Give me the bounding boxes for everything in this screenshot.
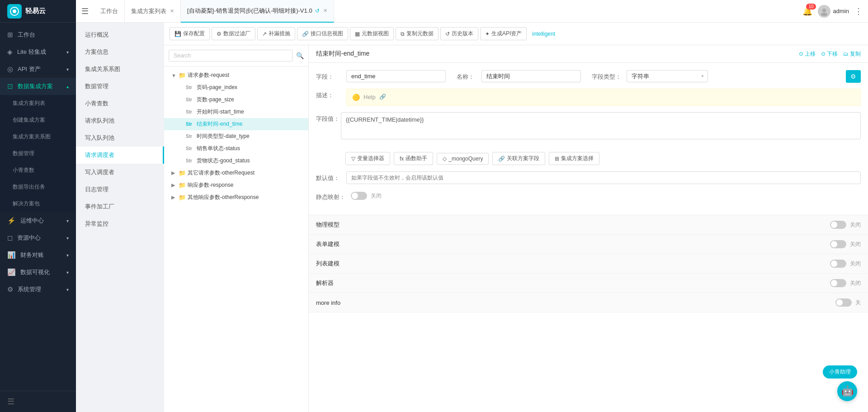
left-panel-item-exception-monitor[interactable]: 异常监控 <box>76 215 164 232</box>
relation-field-btn[interactable]: 🔗 关联方案字段 <box>492 152 545 165</box>
data-filter-button[interactable]: ⚙ 数据过滤厂 <box>212 27 255 40</box>
tab-integration-list-close[interactable]: ✕ <box>170 8 174 14</box>
sidebar-item-data-integration[interactable]: ⊡ 数据集成方案 ▴ <box>0 78 76 95</box>
move-down-action[interactable]: ⊙ 下移 <box>821 50 838 58</box>
parser-toggle[interactable] <box>830 279 846 287</box>
default-val-input[interactable] <box>346 171 861 184</box>
mongo-query-btn[interactable]: ◇ _mongoQuery <box>437 153 489 165</box>
type-select[interactable]: 字符串 整数 浮点数 布尔 日期 数组 对象 <box>627 71 701 82</box>
toggle-other-request[interactable]: ▶ <box>171 170 177 176</box>
left-panel-item-relation-map[interactable]: 集成关系系图 <box>76 61 164 78</box>
toggle-request-params[interactable]: ▼ <box>171 73 177 78</box>
tab-refresh-icon[interactable]: ↺ <box>315 8 320 14</box>
integration-select-btn[interactable]: ⊞ 集成方案选择 <box>549 152 599 165</box>
topbar-menu-icon[interactable]: ☰ <box>81 6 89 16</box>
tab-workbench[interactable]: 工作台 <box>94 0 125 23</box>
tree-row-other-response[interactable]: ▶ 📁 其他响应参数-otherResponse <box>164 191 308 204</box>
copy-action[interactable]: 🗂 复制 <box>843 50 861 58</box>
toggle-response[interactable]: ▶ <box>171 182 177 188</box>
sidebar-item-api[interactable]: ◎ API 资产 ▾ <box>0 61 76 78</box>
user-avatar[interactable]: admin <box>818 5 849 18</box>
tab-active-close[interactable]: ✕ <box>323 8 327 14</box>
svg-point-1 <box>13 9 16 13</box>
left-panel-item-data-mgmt[interactable]: 数据管理 <box>76 78 164 95</box>
list-build-header[interactable]: 列表建模 关闭 <box>309 254 868 273</box>
meta-view-button[interactable]: ▦ 元数据视图 <box>350 27 394 40</box>
tree-row-page-index[interactable]: Str 页码-page_index <box>164 81 308 94</box>
tree-search-input[interactable] <box>169 50 292 62</box>
more-info-header[interactable]: more info 关 <box>309 293 868 312</box>
sidebar-item-xiao-query[interactable]: 小青查数 <box>0 162 76 179</box>
toggle-other-response[interactable]: ▶ <box>171 194 177 200</box>
supplement-button[interactable]: ↗ 补漏措施 <box>257 27 295 40</box>
left-panel-item-request-pool[interactable]: 请求队列池 <box>76 112 164 129</box>
xiao-assistant-btn[interactable]: 🤖 <box>837 381 857 401</box>
move-up-action[interactable]: ⊙ 上移 <box>799 50 816 58</box>
left-panel-item-request-debug[interactable]: 请求调度者 <box>76 147 164 164</box>
sidebar-item-ops[interactable]: ⚡ 运维中心 ▾ <box>0 212 76 229</box>
tree-row-page-size[interactable]: Str 页数-page_size <box>164 94 308 106</box>
field-value-area[interactable]: {{CURRENT_TIME|datetime}} <box>341 112 861 139</box>
tree-row-other-request[interactable]: ▶ 📁 其它请求参数-otherRequest <box>164 167 308 179</box>
static-map-toggle[interactable] <box>351 192 367 200</box>
left-panel-item-solution-info[interactable]: 方案信息 <box>76 43 164 61</box>
left-panel-item-overview[interactable]: 运行概况 <box>76 26 164 43</box>
sidebar-item-data-mgmt[interactable]: 数据管理 <box>0 145 76 162</box>
left-panel-item-xiao-query[interactable]: 小青查数 <box>76 95 164 112</box>
tree-row-date-type[interactable]: Str 时间类型型-date_type <box>164 130 308 142</box>
sidebar-item-data-viz[interactable]: 📈 数据可视化 ▾ <box>0 264 76 281</box>
sidebar-item-resource[interactable]: ◻ 资源中心 ▾ <box>0 229 76 246</box>
detail-settings-button[interactable]: ⚙ <box>846 70 861 83</box>
more-info-toggle[interactable] <box>835 298 852 307</box>
physical-model-toggle[interactable] <box>830 221 846 229</box>
sidebar-item-data-export[interactable]: 数据导出任务 <box>0 179 76 195</box>
topbar: ☰ 工作台 集成方案列表 ✕ [自动菱梨]-销售退货同步(已确认-明细对接)-V… <box>76 0 868 23</box>
sidebar-collapse-btn[interactable]: ☰ <box>0 391 76 412</box>
svg-point-2 <box>822 9 826 12</box>
collapsible-more-info: more info 关 <box>309 293 868 313</box>
tree-row-end-time[interactable]: Str 结束时间-end_time <box>164 118 308 130</box>
form-build-header[interactable]: 表单建模 关闭 <box>309 235 868 254</box>
copy-meta-button[interactable]: ⧉ 复制元数据 <box>396 27 439 40</box>
sidebar-item-finance[interactable]: 📊 财务对账 ▾ <box>0 246 76 264</box>
name-value-input[interactable] <box>481 70 581 82</box>
interface-view-button[interactable]: 🔗 接口信息视图 <box>297 27 348 40</box>
intelligent-btn[interactable]: intelligent <box>528 28 559 39</box>
page-index-label: 页码-page_index <box>197 84 305 91</box>
left-panel-item-write-pool[interactable]: 写入队列池 <box>76 129 164 147</box>
field-value-input[interactable] <box>346 70 446 82</box>
sidebar-item-lite[interactable]: ◈ Lite 轻集成 ▾ <box>0 43 76 61</box>
tree-row-start-time[interactable]: Str 开始时间-start_time <box>164 106 308 118</box>
gen-api-button[interactable]: ✦ 生成API资产 <box>480 27 527 40</box>
save-config-button[interactable]: 💾 保存配置 <box>170 27 210 40</box>
list-build-toggle[interactable] <box>830 260 846 268</box>
xiao-assistant-label[interactable]: 小青助理 <box>823 365 857 379</box>
sidebar-item-relation-map[interactable]: 集成方案关系图 <box>0 128 76 145</box>
notification-badge[interactable]: 🔔 10 <box>802 6 812 16</box>
left-panel-item-log-mgmt[interactable]: 日志管理 <box>76 181 164 198</box>
tree-row-good-status[interactable]: Str 货物状态-good_status <box>164 155 308 167</box>
tab-integration-list[interactable]: 集成方案列表 ✕ <box>125 0 181 23</box>
parser-header[interactable]: 解析器 关闭 <box>309 274 868 293</box>
history-label: 历史版本 <box>452 30 473 38</box>
history-button[interactable]: ↺ 历史版本 <box>440 27 478 40</box>
topbar-more-icon[interactable]: ⋮ <box>854 6 863 16</box>
func-helper-btn[interactable]: fx 函数助手 <box>394 152 433 165</box>
sidebar-item-sys-mgmt[interactable]: ⚙ 系统管理 ▾ <box>0 281 76 298</box>
form-build-toggle[interactable] <box>830 240 846 248</box>
sidebar-item-solution-pkg[interactable]: 解决方案包 <box>0 195 76 212</box>
var-selector-btn[interactable]: ▽ 变量选择器 <box>345 152 390 165</box>
sidebar-item-create[interactable]: 创建集成方案 <box>0 112 76 128</box>
search-icon[interactable]: 🔍 <box>296 52 304 59</box>
tree-row-response[interactable]: ▶ 📁 响应参数-response <box>164 179 308 191</box>
desc-link-icon[interactable]: 🔗 <box>379 94 386 100</box>
left-panel-item-write-debug[interactable]: 写入调度者 <box>76 164 164 181</box>
data-export-label: 数据导出任务 <box>13 183 45 191</box>
physical-model-header[interactable]: 物理模型 关闭 <box>309 215 868 234</box>
tab-active[interactable]: [自动菱梨]-销售退货同步(已确认-明细对接)-V1.0 ↺ ✕ <box>181 0 334 23</box>
tree-row-status[interactable]: Str 销售单状态-status <box>164 142 308 155</box>
sidebar-item-integration-list[interactable]: 集成方案列表 <box>0 95 76 112</box>
left-panel-item-event-factory[interactable]: 事件加工厂 <box>76 198 164 215</box>
tree-row-request-params[interactable]: ▼ 📁 请求参数-request <box>164 69 308 81</box>
sidebar-item-workbench[interactable]: ⊞ 工作台 <box>0 26 76 43</box>
